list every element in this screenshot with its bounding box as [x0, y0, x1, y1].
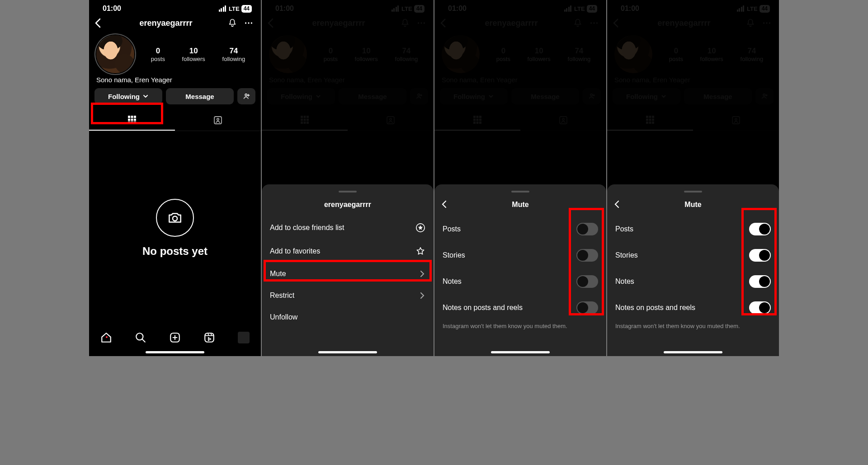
- mute-sheet: Mute Posts Stories Notes Notes on posts …: [434, 184, 606, 356]
- home-indicator: [491, 351, 550, 353]
- create-icon[interactable]: [169, 332, 181, 343]
- profile-nav: erenyaegarrrr: [89, 14, 261, 32]
- empty-state: No posts yet: [89, 199, 261, 258]
- svg-rect-8: [134, 119, 136, 121]
- bell-icon[interactable]: [227, 18, 239, 28]
- chevron-right-icon: [419, 270, 425, 278]
- chevron-right-icon: [419, 291, 425, 300]
- tab-tagged[interactable]: [175, 110, 261, 131]
- mute-option-label: Posts: [443, 225, 461, 233]
- profile-bio: Sono nama, Eren Yeager: [89, 75, 261, 88]
- following-button[interactable]: Following: [94, 88, 162, 104]
- following-sheet: erenyaegarrrr Add to close friends list …: [262, 184, 434, 356]
- add-friend-button[interactable]: [237, 88, 255, 104]
- mute-sheet: Mute Posts Stories Notes Notes on posts …: [607, 184, 779, 356]
- toggle-stories[interactable]: [749, 249, 771, 262]
- profile-tab-icon[interactable]: [238, 332, 250, 343]
- sheet-item-close-friends[interactable]: Add to close friends list: [262, 216, 434, 240]
- signal-icon: [219, 5, 226, 12]
- sheet-title: erenyaegarrrr: [262, 198, 434, 216]
- sheet-item-restrict[interactable]: Restrict: [262, 285, 434, 306]
- toggle-notes[interactable]: [576, 275, 598, 288]
- mute-option-label: Notes: [443, 277, 462, 286]
- sheet-item-mute[interactable]: Mute: [262, 263, 434, 285]
- star-outline-icon: [415, 246, 425, 256]
- avatar[interactable]: [96, 35, 134, 73]
- mute-option-label: Notes: [615, 277, 634, 286]
- profile-tabs: [89, 110, 261, 131]
- mute-option-stories: Stories: [434, 242, 606, 268]
- mute-option-label: Stories: [443, 251, 465, 259]
- mute-footnote: Instagram won't let them know you muted …: [434, 321, 606, 331]
- svg-rect-7: [131, 119, 133, 121]
- mute-option-label: Notes on posts and reels: [615, 304, 695, 312]
- toggle-notes-posts-reels[interactable]: [576, 301, 598, 314]
- toggle-notes-posts-reels[interactable]: [749, 301, 771, 314]
- screen-following-sheet: 01:00LTE44 erenyaegarrrr 0posts10followe…: [262, 0, 434, 356]
- svg-rect-9: [128, 122, 130, 124]
- toggle-stories[interactable]: [576, 249, 598, 262]
- sheet-title: Mute: [607, 198, 779, 216]
- empty-text: No posts yet: [89, 245, 261, 258]
- svg-rect-4: [131, 116, 133, 118]
- screen-mute-on: 01:00LTE44 erenyaegarrrr 0posts10followe…: [607, 0, 779, 356]
- mute-footnote: Instagram won't let them know you muted …: [607, 321, 779, 331]
- mute-option-notes-posts-reels: Notes on posts and reels: [434, 295, 606, 321]
- svg-point-2: [251, 22, 252, 23]
- camera-icon: [156, 199, 194, 237]
- svg-point-0: [245, 22, 246, 23]
- screen-profile: 01:00 LTE 44 erenyaegarrrr 0: [89, 0, 261, 356]
- status-time: 01:00: [103, 5, 121, 13]
- sheet-item-label: Add to favorites: [270, 247, 320, 255]
- sheet-item-label: Add to close friends list: [270, 224, 344, 232]
- more-icon[interactable]: [244, 18, 255, 28]
- svg-point-1: [248, 22, 249, 23]
- mute-option-posts: Posts: [434, 216, 606, 242]
- sheet-item-label: Unfollow: [270, 313, 297, 321]
- toggle-posts[interactable]: [576, 223, 598, 235]
- profile-stats-row: 0 posts 10 followers 74 following: [89, 32, 261, 75]
- star-circle-icon: [415, 223, 425, 233]
- mute-option-label: Stories: [615, 251, 638, 259]
- mute-option-notes: Notes: [434, 268, 606, 295]
- tab-grid[interactable]: [89, 110, 175, 131]
- battery-badge: 44: [241, 5, 252, 13]
- sheet-item-label: Mute: [270, 270, 286, 278]
- stat-following[interactable]: 74 following: [222, 47, 245, 62]
- sheet-back-icon[interactable]: [441, 200, 447, 209]
- reels-icon[interactable]: [203, 332, 215, 343]
- status-bar: 01:00 LTE 44: [89, 0, 261, 14]
- toggle-notes[interactable]: [749, 275, 771, 288]
- home-notification-dot: [106, 336, 108, 338]
- home-indicator: [146, 351, 204, 353]
- sheet-grabber[interactable]: [684, 191, 702, 193]
- home-indicator: [318, 351, 377, 353]
- sheet-grabber[interactable]: [511, 191, 529, 193]
- search-icon[interactable]: [135, 332, 146, 343]
- svg-rect-3: [128, 116, 130, 118]
- svg-rect-6: [128, 119, 130, 121]
- toggle-posts[interactable]: [749, 223, 771, 235]
- message-button[interactable]: Message: [166, 88, 234, 104]
- mute-option-notes-posts-reels: Notes on posts and reels: [607, 295, 779, 321]
- svg-point-13: [217, 118, 219, 120]
- mute-option-notes: Notes: [607, 268, 779, 295]
- sheet-item-unfollow[interactable]: Unfollow: [262, 306, 434, 328]
- home-indicator: [664, 351, 722, 353]
- screen-mute-off: 01:00LTE44 erenyaegarrrr 0posts10followe…: [434, 0, 606, 356]
- stat-posts[interactable]: 0 posts: [151, 47, 165, 62]
- sheet-back-icon[interactable]: [613, 200, 620, 209]
- mute-option-stories: Stories: [607, 242, 779, 268]
- action-row: Following Message: [89, 88, 261, 104]
- sheet-title: Mute: [434, 198, 606, 216]
- svg-point-14: [173, 216, 177, 221]
- sheet-grabber[interactable]: [339, 191, 357, 193]
- network-label: LTE: [229, 5, 240, 12]
- svg-rect-10: [131, 122, 133, 124]
- mute-option-label: Posts: [615, 225, 633, 233]
- back-icon[interactable]: [94, 18, 104, 28]
- profile-username: erenyaegarrrr: [109, 19, 223, 28]
- stat-followers[interactable]: 10 followers: [182, 47, 205, 62]
- status-right: LTE 44: [219, 5, 252, 13]
- sheet-item-favorites[interactable]: Add to favorites: [262, 240, 434, 263]
